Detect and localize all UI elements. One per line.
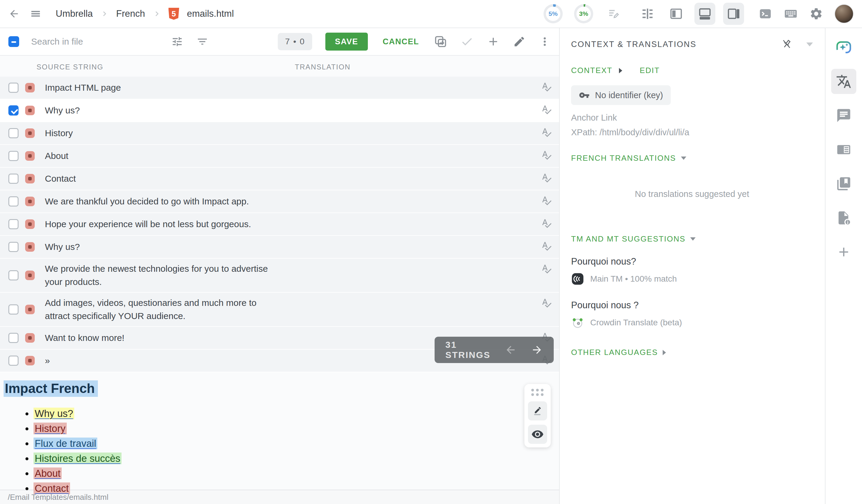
table-row[interactable]: History	[0, 122, 559, 145]
file-info-panel-button[interactable]	[831, 205, 856, 230]
row-checkbox[interactable]	[8, 304, 18, 315]
copy-source-icon[interactable]	[434, 35, 447, 48]
table-row[interactable]: Hope your experience will be not less bu…	[0, 213, 559, 236]
row-checkbox[interactable]	[8, 333, 18, 343]
preview-link[interactable]: History	[34, 423, 67, 434]
table-row[interactable]: Why us?	[0, 236, 559, 258]
table-row[interactable]: Why us?	[0, 100, 559, 122]
comment-icon	[836, 108, 851, 123]
spellcheck-icon[interactable]	[541, 172, 552, 183]
preview-link[interactable]: Histoires de succès	[34, 452, 121, 464]
advanced-filter-icon[interactable]	[171, 36, 183, 48]
translations-section-header[interactable]: FRENCH TRANSLATIONS	[571, 154, 813, 163]
keyboard-shortcuts-button[interactable]	[784, 6, 798, 21]
untranslated-status-icon	[25, 129, 35, 138]
breadcrumb-project[interactable]: Umbrella	[56, 9, 93, 19]
edit-context-link[interactable]: EDIT	[640, 66, 659, 75]
drag-handle-icon[interactable]	[531, 389, 544, 396]
spellcheck-icon[interactable]	[541, 81, 552, 92]
preview-edit-button[interactable]	[528, 401, 547, 421]
breadcrumb-file[interactable]: emails.html	[187, 9, 234, 19]
mt-suggestion-item[interactable]: Pourquoi nous ? Crowdin Translate (beta)	[571, 300, 813, 329]
cancel-button[interactable]: CANCEL	[381, 37, 421, 47]
right-icon-strip	[825, 28, 862, 504]
previous-string-button[interactable]	[505, 344, 517, 356]
approval-progress-ring[interactable]: 3%	[574, 4, 593, 23]
preview-list-item: Why us?	[34, 408, 559, 419]
right-panel-view-button[interactable]	[723, 3, 744, 25]
tm-suggestions-section-header[interactable]: TM AND MT SUGGESTIONS	[571, 234, 813, 243]
spellcheck-icon[interactable]	[541, 241, 552, 251]
preview-link[interactable]: Why us?	[34, 408, 74, 419]
add-string-icon[interactable]	[487, 35, 500, 48]
spellcheck-icon[interactable]	[541, 297, 552, 308]
table-row[interactable]: Contact	[0, 168, 559, 190]
search-input[interactable]	[30, 36, 171, 47]
more-options-icon[interactable]	[539, 36, 551, 48]
table-row[interactable]: Add images, videos, questionaries and mu…	[0, 293, 559, 327]
row-checkbox[interactable]	[8, 105, 18, 116]
row-checkbox[interactable]	[8, 174, 18, 184]
spellcheck-icon[interactable]	[541, 195, 552, 206]
console-button[interactable]	[758, 7, 772, 21]
row-checkbox[interactable]	[8, 270, 18, 280]
unpin-icon[interactable]	[781, 38, 793, 50]
source-string-text: Why us?	[45, 240, 80, 253]
table-row[interactable]: We are thankful you decided to go with I…	[0, 190, 559, 213]
bottom-panel-view-button[interactable]	[694, 3, 715, 25]
spellcheck-icon[interactable]	[541, 150, 552, 160]
row-checkbox[interactable]	[8, 151, 18, 161]
back-button[interactable]	[8, 8, 20, 19]
left-panel-view-button[interactable]	[666, 3, 687, 25]
table-row[interactable]: We provide the newest technologies for y…	[0, 258, 559, 293]
next-string-button[interactable]	[531, 344, 543, 356]
spellcheck-icon[interactable]	[541, 104, 552, 115]
chevron-right-icon	[153, 10, 161, 18]
row-checkbox[interactable]	[8, 356, 18, 366]
approve-check-icon[interactable]	[460, 35, 473, 48]
settings-gear-icon[interactable]	[809, 7, 823, 21]
tm-suggestion-item[interactable]: Pourquoi nous? Main TM • 100% match	[571, 256, 813, 286]
preview-visibility-button[interactable]	[528, 425, 547, 444]
context-tab[interactable]: CONTEXT	[571, 66, 612, 75]
terms-panel-button[interactable]	[831, 137, 856, 162]
translation-progress-ring[interactable]: 5%	[544, 4, 563, 23]
preview-link[interactable]: About	[34, 467, 62, 479]
pencil-underline-icon	[532, 405, 544, 417]
row-checkbox[interactable]	[8, 196, 18, 207]
untranslated-status-icon	[25, 106, 35, 115]
table-row[interactable]: Impact HTML page	[0, 77, 559, 100]
preview-link[interactable]: Flux de travail	[34, 438, 97, 449]
chevron-down-icon	[681, 157, 686, 160]
view-mode-toggles	[637, 3, 744, 25]
translations-panel-button[interactable]	[831, 69, 856, 94]
add-panel-button[interactable]	[831, 239, 856, 265]
save-button[interactable]: SAVE	[325, 32, 368, 51]
untranslated-status-icon	[25, 83, 35, 92]
row-checkbox[interactable]	[8, 128, 18, 138]
row-checkbox[interactable]	[8, 83, 18, 93]
breadcrumb-language[interactable]: French	[116, 9, 145, 19]
comments-panel-button[interactable]	[831, 103, 856, 128]
dictionary-panel-button[interactable]	[831, 171, 856, 196]
preview-link[interactable]: Contact	[34, 482, 70, 494]
user-avatar[interactable]	[835, 4, 854, 23]
file-info-icon	[836, 210, 851, 226]
translation-column-header: TRANSLATION	[295, 63, 351, 71]
collapse-sidebar-icon[interactable]	[806, 42, 813, 47]
draft-notes-icon[interactable]	[607, 7, 620, 21]
select-all-checkbox[interactable]	[8, 36, 19, 47]
row-checkbox[interactable]	[8, 219, 18, 229]
ai-assistant-button[interactable]	[831, 35, 856, 60]
edit-pencil-icon[interactable]	[513, 35, 525, 48]
table-row[interactable]: About	[0, 145, 559, 168]
source-string-text: Impact HTML page	[45, 81, 121, 94]
other-languages-section-header[interactable]: OTHER LANGUAGES	[571, 348, 813, 357]
filter-list-icon[interactable]	[196, 36, 208, 48]
spellcheck-icon[interactable]	[541, 263, 552, 274]
spellcheck-icon[interactable]	[541, 127, 552, 138]
row-checkbox[interactable]	[8, 242, 18, 252]
spellcheck-icon[interactable]	[541, 218, 552, 229]
side-by-side-view-button[interactable]	[637, 3, 658, 25]
menu-button[interactable]	[30, 8, 41, 19]
